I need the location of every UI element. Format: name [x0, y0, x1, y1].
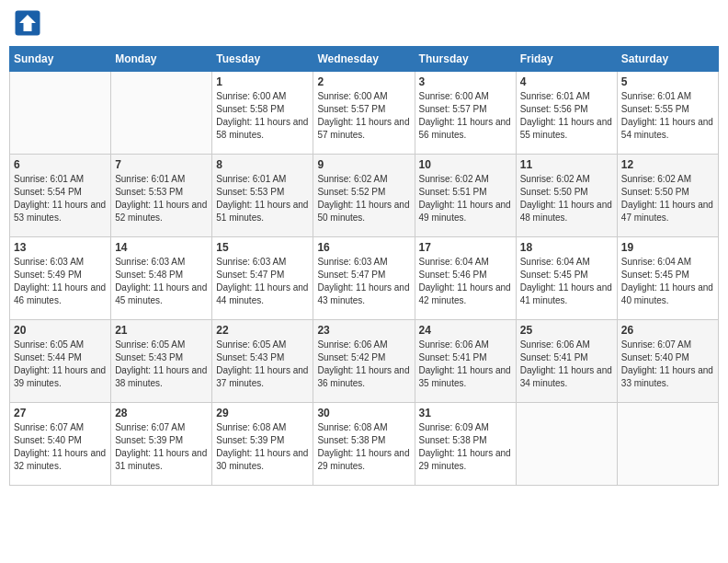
calendar-cell: 7Sunrise: 6:01 AM Sunset: 5:53 PM Daylig…	[111, 155, 212, 237]
calendar-cell: 27Sunrise: 6:07 AM Sunset: 5:40 PM Dayli…	[10, 403, 111, 486]
day-number: 29	[216, 407, 309, 419]
calendar-cell: 15Sunrise: 6:03 AM Sunset: 5:47 PM Dayli…	[212, 237, 313, 320]
day-info: Sunrise: 6:06 AM Sunset: 5:42 PM Dayligh…	[317, 339, 410, 390]
calendar-cell: 9Sunrise: 6:02 AM Sunset: 5:52 PM Daylig…	[313, 155, 415, 237]
calendar-cell: 12Sunrise: 6:02 AM Sunset: 5:50 PM Dayli…	[617, 155, 718, 237]
day-number: 26	[621, 324, 714, 337]
calendar-cell: 22Sunrise: 6:05 AM Sunset: 5:43 PM Dayli…	[212, 320, 313, 403]
day-info: Sunrise: 6:05 AM Sunset: 5:44 PM Dayligh…	[14, 339, 107, 390]
calendar-cell: 20Sunrise: 6:05 AM Sunset: 5:44 PM Dayli…	[10, 320, 111, 403]
day-of-week-header: Wednesday	[313, 47, 415, 72]
day-info: Sunrise: 6:01 AM Sunset: 5:56 PM Dayligh…	[520, 90, 613, 142]
day-info: Sunrise: 6:04 AM Sunset: 5:45 PM Dayligh…	[520, 256, 613, 307]
calendar-week-row: 6Sunrise: 6:01 AM Sunset: 5:54 PM Daylig…	[10, 155, 719, 237]
day-info: Sunrise: 6:03 AM Sunset: 5:47 PM Dayligh…	[317, 256, 410, 307]
day-info: Sunrise: 6:06 AM Sunset: 5:41 PM Dayligh…	[520, 339, 613, 390]
day-number: 7	[115, 158, 208, 171]
calendar-cell: 29Sunrise: 6:08 AM Sunset: 5:39 PM Dayli…	[212, 403, 313, 486]
calendar-cell: 24Sunrise: 6:06 AM Sunset: 5:41 PM Dayli…	[415, 320, 516, 403]
calendar-cell: 5Sunrise: 6:01 AM Sunset: 5:55 PM Daylig…	[617, 72, 718, 155]
day-number: 2	[317, 75, 410, 88]
calendar-cell: 31Sunrise: 6:09 AM Sunset: 5:38 PM Dayli…	[415, 403, 516, 486]
day-info: Sunrise: 6:02 AM Sunset: 5:51 PM Dayligh…	[419, 173, 512, 224]
day-info: Sunrise: 6:07 AM Sunset: 5:40 PM Dayligh…	[14, 421, 107, 473]
calendar-cell: 13Sunrise: 6:03 AM Sunset: 5:49 PM Dayli…	[10, 237, 111, 320]
day-number: 22	[216, 324, 309, 337]
day-number: 30	[317, 407, 410, 419]
day-info: Sunrise: 6:00 AM Sunset: 5:57 PM Dayligh…	[317, 90, 410, 142]
day-info: Sunrise: 6:02 AM Sunset: 5:52 PM Dayligh…	[317, 173, 410, 224]
calendar-cell	[617, 403, 718, 486]
calendar-cell: 10Sunrise: 6:02 AM Sunset: 5:51 PM Dayli…	[415, 155, 516, 237]
day-info: Sunrise: 6:07 AM Sunset: 5:39 PM Dayligh…	[115, 421, 208, 473]
day-of-week-header: Sunday	[10, 47, 111, 72]
day-info: Sunrise: 6:01 AM Sunset: 5:53 PM Dayligh…	[115, 173, 208, 224]
day-number: 18	[520, 241, 613, 254]
calendar-cell: 30Sunrise: 6:08 AM Sunset: 5:38 PM Dayli…	[313, 403, 415, 486]
day-info: Sunrise: 6:00 AM Sunset: 5:58 PM Dayligh…	[216, 90, 309, 142]
calendar-cell: 26Sunrise: 6:07 AM Sunset: 5:40 PM Dayli…	[617, 320, 718, 403]
calendar-cell: 16Sunrise: 6:03 AM Sunset: 5:47 PM Dayli…	[313, 237, 415, 320]
day-number: 17	[419, 241, 512, 254]
calendar-cell: 25Sunrise: 6:06 AM Sunset: 5:41 PM Dayli…	[516, 320, 617, 403]
day-info: Sunrise: 6:02 AM Sunset: 5:50 PM Dayligh…	[621, 173, 714, 224]
day-info: Sunrise: 6:02 AM Sunset: 5:50 PM Dayligh…	[520, 173, 613, 224]
calendar-cell: 6Sunrise: 6:01 AM Sunset: 5:54 PM Daylig…	[10, 155, 111, 237]
day-of-week-header: Monday	[111, 47, 212, 72]
day-number: 20	[14, 324, 107, 337]
day-of-week-header: Friday	[516, 47, 617, 72]
day-info: Sunrise: 6:01 AM Sunset: 5:55 PM Dayligh…	[621, 90, 714, 142]
day-info: Sunrise: 6:01 AM Sunset: 5:53 PM Dayligh…	[216, 173, 309, 224]
day-of-week-header: Saturday	[617, 47, 718, 72]
calendar-cell: 3Sunrise: 6:00 AM Sunset: 5:57 PM Daylig…	[415, 72, 516, 155]
calendar-header-row: SundayMondayTuesdayWednesdayThursdayFrid…	[10, 47, 719, 72]
day-number: 3	[419, 75, 512, 88]
calendar-cell: 11Sunrise: 6:02 AM Sunset: 5:50 PM Dayli…	[516, 155, 617, 237]
day-info: Sunrise: 6:03 AM Sunset: 5:49 PM Dayligh…	[14, 256, 107, 307]
day-number: 11	[520, 158, 613, 171]
day-number: 13	[14, 241, 107, 254]
day-info: Sunrise: 6:03 AM Sunset: 5:47 PM Dayligh…	[216, 256, 309, 307]
calendar-cell: 2Sunrise: 6:00 AM Sunset: 5:57 PM Daylig…	[313, 72, 415, 155]
calendar-week-row: 20Sunrise: 6:05 AM Sunset: 5:44 PM Dayli…	[10, 320, 719, 403]
calendar-week-row: 27Sunrise: 6:07 AM Sunset: 5:40 PM Dayli…	[10, 403, 719, 486]
day-number: 19	[621, 241, 714, 254]
calendar-cell: 18Sunrise: 6:04 AM Sunset: 5:45 PM Dayli…	[516, 237, 617, 320]
day-number: 9	[317, 158, 410, 171]
calendar-cell: 17Sunrise: 6:04 AM Sunset: 5:46 PM Dayli…	[415, 237, 516, 320]
day-number: 6	[14, 158, 107, 171]
day-number: 10	[419, 158, 512, 171]
day-number: 25	[520, 324, 613, 337]
day-info: Sunrise: 6:03 AM Sunset: 5:48 PM Dayligh…	[115, 256, 208, 307]
logo-icon	[14, 9, 41, 37]
day-info: Sunrise: 6:04 AM Sunset: 5:46 PM Dayligh…	[419, 256, 512, 307]
day-number: 28	[115, 407, 208, 419]
calendar-cell	[10, 72, 111, 155]
day-number: 31	[419, 407, 512, 419]
day-number: 16	[317, 241, 410, 254]
calendar-week-row: 1Sunrise: 6:00 AM Sunset: 5:58 PM Daylig…	[10, 72, 719, 155]
day-number: 24	[419, 324, 512, 337]
calendar-cell: 1Sunrise: 6:00 AM Sunset: 5:58 PM Daylig…	[212, 72, 313, 155]
day-number: 14	[115, 241, 208, 254]
logo	[14, 9, 45, 37]
day-info: Sunrise: 6:06 AM Sunset: 5:41 PM Dayligh…	[419, 339, 512, 390]
day-number: 21	[115, 324, 208, 337]
day-number: 1	[216, 75, 309, 88]
day-info: Sunrise: 6:04 AM Sunset: 5:45 PM Dayligh…	[621, 256, 714, 307]
day-number: 8	[216, 158, 309, 171]
day-number: 15	[216, 241, 309, 254]
calendar-cell: 23Sunrise: 6:06 AM Sunset: 5:42 PM Dayli…	[313, 320, 415, 403]
day-number: 27	[14, 407, 107, 419]
day-info: Sunrise: 6:00 AM Sunset: 5:57 PM Dayligh…	[419, 90, 512, 142]
calendar-cell: 14Sunrise: 6:03 AM Sunset: 5:48 PM Dayli…	[111, 237, 212, 320]
day-info: Sunrise: 6:08 AM Sunset: 5:39 PM Dayligh…	[216, 421, 309, 473]
calendar-cell: 4Sunrise: 6:01 AM Sunset: 5:56 PM Daylig…	[516, 72, 617, 155]
calendar-table: SundayMondayTuesdayWednesdayThursdayFrid…	[9, 46, 719, 486]
day-info: Sunrise: 6:01 AM Sunset: 5:54 PM Dayligh…	[14, 173, 107, 224]
calendar-week-row: 13Sunrise: 6:03 AM Sunset: 5:49 PM Dayli…	[10, 237, 719, 320]
day-info: Sunrise: 6:08 AM Sunset: 5:38 PM Dayligh…	[317, 421, 410, 473]
calendar-cell: 21Sunrise: 6:05 AM Sunset: 5:43 PM Dayli…	[111, 320, 212, 403]
day-info: Sunrise: 6:07 AM Sunset: 5:40 PM Dayligh…	[621, 339, 714, 390]
day-number: 5	[621, 75, 714, 88]
